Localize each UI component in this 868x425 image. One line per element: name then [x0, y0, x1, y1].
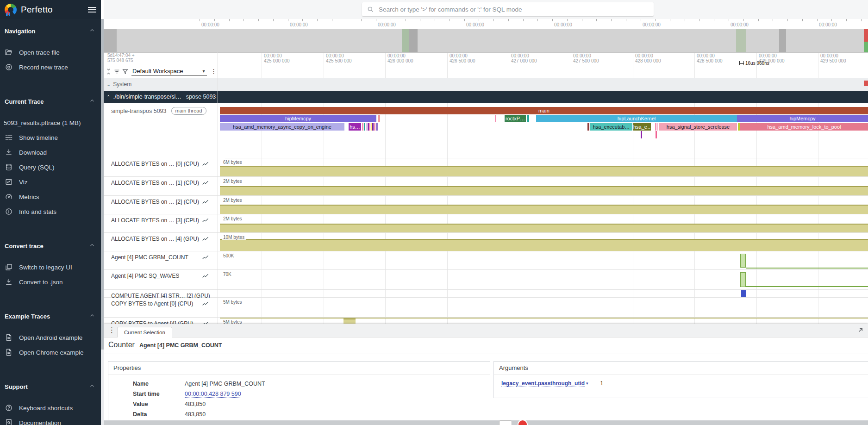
funnel-icon[interactable]: [122, 68, 129, 75]
sidebar-item-viz[interactable]: Viz: [0, 175, 101, 189]
track-row[interactable]: ALLOCATE BYTES on …[3] (CPU)2M bytes: [104, 214, 868, 233]
slice-hsa-signal-store-screlease[interactable]: hsa_signal_store_screlease: [659, 123, 737, 131]
slice-hsa-amd-memory-async-copy-on-engine[interactable]: hsa_amd_memory_async_copy_on_engine: [220, 123, 344, 131]
slice-hsa-amd-memory-lock-to-pool[interactable]: hsa_amd_memory_lock_to_pool: [740, 123, 868, 131]
workspace-select[interactable]: Default Workspace ▾: [131, 67, 207, 76]
menu-icon[interactable]: [88, 6, 96, 14]
property-row: Start time00:00:00.428 879 590: [108, 389, 490, 399]
slice-sliver[interactable]: [587, 123, 589, 131]
sidebar-item-record-new-trace[interactable]: Record new trace: [0, 60, 101, 75]
track-name-2CPU[interactable]: ALLOCATE BYTES on …[2] (CPU): [104, 196, 225, 214]
track-row[interactable]: Agent [4] PMC SQ_WAVES70K: [104, 270, 868, 290]
sidebar-item-open-chrome-example[interactable]: Open Chrome example: [0, 345, 101, 360]
sidebar-item-query-sql[interactable]: Query (SQL): [0, 160, 101, 175]
slice-sliver[interactable]: [641, 131, 642, 138]
slice-sliver[interactable]: [738, 123, 740, 131]
slice-hipLaunchKernel[interactable]: hipLaunchKernel: [536, 115, 737, 122]
sidebar-item-open-android-example[interactable]: Open Android example: [0, 330, 101, 345]
slice-sliver[interactable]: [378, 115, 380, 122]
track-row[interactable]: ALLOCATE BYTES on …[1] (CPU)2M bytes: [104, 177, 868, 196]
sidebar-item-download[interactable]: Download: [0, 145, 101, 160]
sidebar-section-header[interactable]: Navigation: [0, 27, 101, 35]
slice-sliver[interactable]: [655, 123, 656, 131]
sidebar-item-metrics[interactable]: Metrics: [0, 189, 101, 204]
property-value-link[interactable]: 00:00:00.428 879 590: [185, 391, 241, 398]
slice-hs-[interactable]: hs…: [349, 123, 361, 131]
workspace-kebab-icon[interactable]: ⋮: [211, 68, 217, 75]
track-row[interactable]: COPY BYTES to Agent [0] (CPU)5M bytes: [104, 298, 868, 318]
track-row[interactable]: Agent [4] PMC GRBM_COUNT500K: [104, 251, 868, 270]
track-row[interactable]: COMPUTE AGENT [4] STR… [2] (GPU): [104, 290, 868, 298]
slice-sliver[interactable]: [364, 123, 365, 131]
download-icon: [5, 148, 13, 156]
viz-icon: [5, 178, 13, 186]
sidebar-section-header[interactable]: Current Trace: [0, 98, 101, 105]
chevron-down-icon[interactable]: ▾: [586, 381, 588, 386]
filter-list-icon[interactable]: [113, 68, 120, 75]
chevron-up-icon: [89, 242, 95, 249]
sidebar-section-header[interactable]: Convert trace: [0, 242, 101, 250]
argument-key-link[interactable]: legacy_event.passthrough_utid: [501, 380, 585, 387]
slice-hipMemcpy[interactable]: hipMemcpy: [220, 115, 376, 122]
counter-spike[interactable]: [740, 254, 746, 268]
slice-sliver[interactable]: [374, 123, 375, 131]
track-name-COPY-BYTES-to-Agent-0-CP[interactable]: COPY BYTES to Agent [0] (CPU): [104, 298, 225, 317]
sidebar-section-header[interactable]: Example Traces: [0, 312, 101, 320]
track-name-0CPU[interactable]: ALLOCATE BYTES on …[0] (CPU): [104, 158, 225, 176]
minimap[interactable]: [104, 29, 868, 53]
slice-sliver[interactable]: [376, 123, 378, 131]
slice-sliver[interactable]: [362, 123, 363, 131]
tab-current-selection[interactable]: Current Selection: [117, 327, 172, 338]
slice-sliver[interactable]: [656, 131, 657, 138]
sidebar-item-switch-to-legacy-ui[interactable]: Switch to legacy UI: [0, 260, 101, 275]
track-row[interactable]: COPY BYTES to Agent [4] (GPU)5M bytes: [104, 318, 868, 324]
slice-sliver[interactable]: [366, 123, 367, 131]
slice-hsa-e-[interactable]: hsa_e…: [633, 123, 651, 131]
sidebar-item-convert-to-json[interactable]: Convert to .json: [0, 275, 101, 289]
track-name-Agent-4-PMC-SQ-WAVES[interactable]: Agent [4] PMC SQ_WAVES: [104, 270, 225, 289]
sidebar-item-documentation[interactable]: Documentation: [0, 415, 101, 425]
sidebar-item-5093-results-pftrace-1-mb[interactable]: 5093_results.pftrace (1 MB): [0, 115, 101, 130]
gpu-stream-slice[interactable]: [741, 290, 746, 297]
slice-main[interactable]: main: [220, 107, 868, 114]
slice-roctxP-[interactable]: roctxP…: [505, 115, 526, 122]
track-name-COMPUTE-AGENT-4-STR-2-GP[interactable]: COMPUTE AGENT [4] STR… [2] (GPU): [104, 290, 225, 297]
track-row[interactable]: ALLOCATE BYTES on …[4] (GPU)10M bytes: [104, 233, 868, 251]
track-row[interactable]: ALLOCATE BYTES on …[2] (CPU)2M bytes: [104, 196, 868, 214]
slice-sliver[interactable]: [527, 115, 529, 122]
slice-sliver[interactable]: [495, 115, 496, 122]
track-label: ALLOCATE BYTES on …: [111, 180, 175, 186]
drag-handle-icon[interactable]: ⋮: [108, 326, 115, 334]
slice-hipMemcpy[interactable]: hipMemcpy: [737, 115, 868, 122]
overview-tick: [670, 19, 670, 21]
slice-hsa-executab-[interactable]: hsa_executab…: [590, 123, 632, 131]
track-name-Agent-4-PMC-GRBM-COUNT[interactable]: Agent [4] PMC GRBM_COUNT: [104, 251, 225, 269]
track-name-4GPU[interactable]: ALLOCATE BYTES on …[4] (GPU): [104, 233, 225, 251]
sidebar-item-open-trace-file[interactable]: Open trace file: [0, 45, 101, 60]
slice-sliver[interactable]: [371, 123, 372, 131]
sidebar-item-show-timeline[interactable]: Show timeline: [0, 130, 101, 145]
track-label: ALLOCATE BYTES on …: [111, 236, 175, 242]
track-name-COPY-BYTES-to-Agent-4-GP[interactable]: COPY BYTES to Agent [4] (GPU): [104, 318, 225, 324]
slice-sliver[interactable]: [368, 123, 369, 131]
counter-spike[interactable]: [740, 272, 746, 287]
sidebar-section-header[interactable]: Support: [0, 383, 101, 390]
panel-expand-icon[interactable]: [857, 326, 864, 334]
search-box[interactable]: [362, 2, 654, 16]
track-name-1CPU[interactable]: ALLOCATE BYTES on …[1] (CPU): [104, 177, 225, 195]
track-row[interactable]: ALLOCATE BYTES on …[0] (CPU)6M bytes: [104, 158, 868, 177]
group-row-system[interactable]: ⌄ System: [104, 78, 868, 91]
overview-tick: [817, 19, 818, 21]
overview-tick-label: 00:00:00: [378, 22, 396, 27]
search-input[interactable]: [378, 6, 649, 13]
slice-sliver[interactable]: [657, 123, 658, 131]
sidebar-item-info-and-stats[interactable]: Info and stats: [0, 204, 101, 219]
overview-tick-label: 00:00:00: [466, 22, 484, 27]
sidebar-scrollbar[interactable]: [101, 19, 104, 425]
collapse-tracks-icon[interactable]: [105, 68, 112, 75]
sidebar-item-keyboard-shortcuts[interactable]: Keyboard shortcuts: [0, 400, 101, 415]
slice-sliver[interactable]: [369, 123, 370, 131]
group-row-process[interactable]: ⌃ ./bin/simple-transpose/si… spose 5093: [104, 91, 868, 103]
slice-sliver[interactable]: [372, 123, 374, 131]
track-name-3CPU[interactable]: ALLOCATE BYTES on …[3] (CPU): [104, 214, 225, 232]
